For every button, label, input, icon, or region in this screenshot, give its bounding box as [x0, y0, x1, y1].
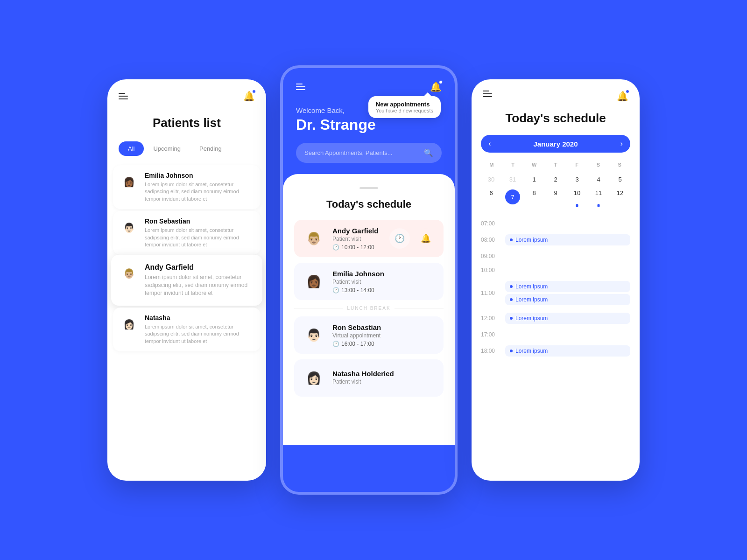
calendar-day[interactable]: 31	[502, 173, 523, 186]
schedule-event[interactable]: Lorem ipsum	[505, 345, 630, 357]
event-label: Lorem ipsum	[515, 315, 548, 322]
appointment-item[interactable]: 👨🏼 Andy Garfield Patient visit 🕐 10:00 -…	[294, 220, 444, 257]
tab-pending[interactable]: Pending	[190, 141, 231, 156]
tab-all[interactable]: All	[119, 141, 144, 156]
patient-name: Natasha	[145, 314, 255, 322]
notification-icon[interactable]: 🔔	[430, 81, 442, 92]
list-item[interactable]: 👨🏻 Ron Sebastian Lorem ipsum dolor sit a…	[113, 211, 261, 255]
time-row: 08:00 Lorem ipsum	[481, 231, 630, 249]
search-icon: 🔍	[424, 148, 433, 157]
appointment-item[interactable]: 👩🏻 Natasha Holderied Patient visit	[294, 359, 444, 397]
day-name: T	[545, 160, 566, 169]
calendar-month: January 2020	[533, 140, 578, 148]
avatar: 👨🏼	[302, 226, 326, 251]
calendar-day[interactable]: 5	[610, 173, 630, 186]
left-header: 🔔	[107, 79, 266, 106]
time-schedule: 07:00 08:00 Lorem ipsum 09:00 10:00 11:0…	[472, 212, 640, 365]
time-content: Lorem ipsum	[505, 313, 630, 324]
notification-dot	[439, 80, 443, 84]
calendar-day[interactable]: 3	[567, 173, 587, 186]
time-label: 17:00	[481, 331, 500, 338]
time-row: 17:00	[481, 328, 630, 342]
appointment-type: Virtual appointment	[332, 332, 381, 339]
calendar-day[interactable]: 10	[567, 187, 587, 207]
avatar: 👩🏾	[302, 269, 326, 294]
patient-info: Emilia Johnson Lorem ipsum dolor sit ame…	[145, 172, 255, 203]
page-title: Patients list	[107, 106, 266, 141]
patient-desc: Lorem ipsum dolor sit amet, consetetur s…	[145, 273, 255, 297]
menu-icon[interactable]	[483, 91, 492, 102]
time-label: 10:00	[481, 267, 500, 273]
appointment-name: Ron Sebastian	[332, 323, 381, 331]
schedule-event[interactable]: Lorem ipsum	[505, 313, 630, 324]
time-label: 07:00	[481, 220, 500, 227]
notification-title: New appointments	[376, 101, 433, 108]
event-label: Lorem ipsum	[515, 296, 548, 303]
schedule-event[interactable]: Lorem ipsum	[505, 234, 630, 245]
drag-handle	[359, 187, 378, 189]
calendar-day[interactable]: 30	[481, 173, 501, 186]
schedule-event[interactable]: Lorem ipsum	[505, 281, 630, 292]
time-content: Lorem ipsum Lorem ipsum	[505, 281, 630, 305]
time-row: 10:00	[481, 263, 630, 277]
appointment-name: Natasha Holderied	[332, 370, 394, 378]
menu-icon[interactable]	[119, 93, 128, 99]
avatar: 👩🏻	[302, 366, 326, 390]
reschedule-button[interactable]: 🕐	[389, 228, 410, 249]
filter-tabs: All Upcoming Pending	[107, 141, 266, 156]
calendar-day[interactable]: 8	[524, 187, 544, 207]
list-item[interactable]: 👩🏻 Natasha Lorem ipsum dolor sit amet, c…	[113, 308, 261, 351]
next-month-button[interactable]: ›	[620, 140, 623, 148]
avatar: 👨🏻	[119, 217, 139, 238]
time-label: 08:00	[481, 237, 500, 243]
notification-bubble: New appointments You have 3 new requests	[368, 96, 441, 118]
calendar-day[interactable]: 4	[588, 173, 609, 186]
appointment-type: Patient visit	[332, 279, 384, 285]
day-name: M	[481, 160, 502, 169]
calendar-day[interactable]: 1	[524, 173, 544, 186]
appointment-time: 🕐 10:00 - 12:00	[332, 244, 378, 251]
appointment-item[interactable]: 👩🏾 Emilia Johnson Patient visit 🕐 13:00 …	[294, 263, 444, 300]
calendar-day[interactable]: 9	[545, 187, 566, 207]
event-label: Lorem ipsum	[515, 348, 548, 354]
time-row: 09:00	[481, 249, 630, 263]
notification-icon[interactable]: 🔔	[617, 91, 628, 102]
bubble-arrow	[424, 92, 431, 96]
calendar-dates: 30 31 1 2 3 4 5 6 7 8 9 10 11 12	[481, 173, 630, 207]
calendar-day[interactable]: 2	[545, 173, 566, 186]
day-name: S	[588, 160, 609, 169]
time-label: 09:00	[481, 253, 500, 259]
search-placeholder: Search Appointments, Patients...	[304, 149, 393, 156]
time-label: 12:00	[481, 315, 500, 322]
patient-name: Emilia Johnson	[145, 172, 255, 179]
calendar-day[interactable]: 7	[502, 187, 523, 207]
search-bar[interactable]: Search Appointments, Patients... 🔍	[296, 143, 442, 163]
time-content: Lorem ipsum	[505, 234, 630, 245]
list-item[interactable]: 👨🏼 Andy Garfield Lorem ipsum dolor sit a…	[111, 255, 262, 305]
swipe-actions: 🕐 🔔	[389, 228, 436, 249]
notification-icon[interactable]: 🔔	[243, 91, 255, 102]
tab-upcoming[interactable]: Upcoming	[144, 141, 190, 156]
left-phone: 🔔 Patients list All Upcoming Pending 👩🏾 …	[107, 79, 266, 481]
schedule-event[interactable]: Lorem ipsum	[505, 294, 630, 305]
patient-name: Ron Sebastian	[145, 217, 255, 225]
list-item[interactable]: 👩🏾 Emilia Johnson Lorem ipsum dolor sit …	[113, 165, 261, 209]
event-dot	[510, 298, 513, 301]
time-content: Lorem ipsum	[505, 345, 630, 357]
calendar-day[interactable]: 6	[481, 187, 501, 207]
menu-icon[interactable]	[296, 84, 305, 90]
schedule-card: Today's schedule 👨🏼 Andy Garfield Patien…	[283, 174, 455, 445]
appointment-name: Andy Garfield	[332, 227, 378, 235]
notification-dot	[626, 90, 629, 93]
patient-desc: Lorem ipsum dolor sit amet, consetetur s…	[145, 227, 255, 248]
event-dot	[510, 350, 513, 352]
day-name: T	[502, 160, 524, 169]
calendar-day[interactable]: 11	[588, 187, 609, 207]
appointment-item[interactable]: 👨🏻 Ron Sebastian Virtual appointment 🕐 1…	[294, 316, 444, 354]
time-row: 18:00 Lorem ipsum	[481, 342, 630, 360]
calendar-day[interactable]: 12	[610, 187, 630, 207]
remind-button[interactable]: 🔔	[416, 228, 436, 249]
day-names-header: M T W T F S S	[481, 160, 630, 169]
day-name: W	[523, 160, 545, 169]
prev-month-button[interactable]: ‹	[488, 140, 491, 148]
